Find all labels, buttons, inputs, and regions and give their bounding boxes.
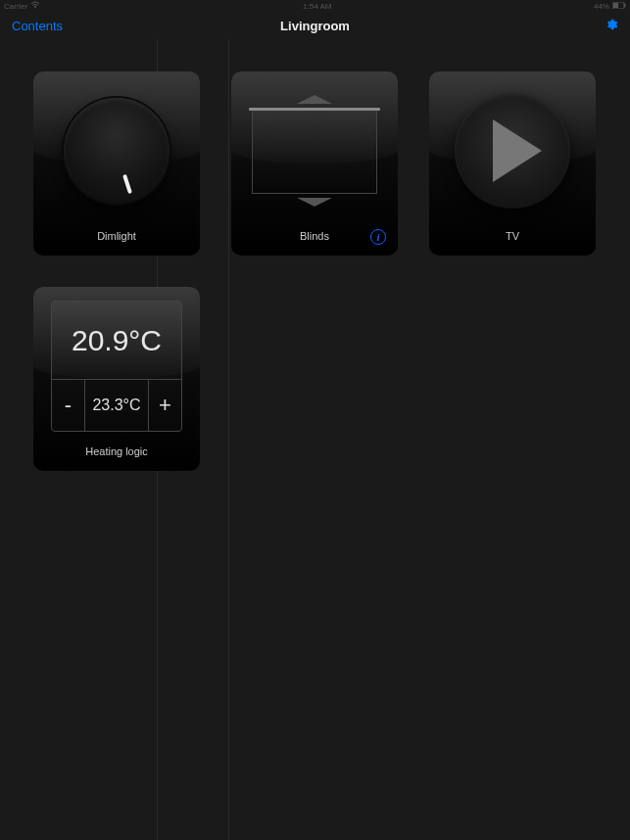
svg-point-0	[34, 6, 36, 8]
blinds-down-icon[interactable]	[297, 198, 332, 207]
battery-label: 44%	[594, 2, 609, 11]
back-button[interactable]: Contents	[12, 19, 63, 33]
dial-indicator	[122, 174, 132, 194]
tiles-grid: Dimlight Blinds i TV 2	[0, 39, 630, 503]
tile-dimlight[interactable]: Dimlight	[33, 71, 200, 256]
clock-label: 1:54 AM	[303, 2, 331, 11]
wifi-icon	[30, 1, 40, 11]
target-temperature: 23.3°C	[85, 380, 148, 431]
blinds-bar[interactable]	[249, 108, 380, 111]
gear-icon	[605, 19, 618, 34]
temp-up-button[interactable]: +	[148, 380, 181, 431]
tile-tv[interactable]: TV	[429, 71, 596, 256]
status-bar: Carrier 1:54 AM 44%	[0, 0, 630, 12]
settings-button[interactable]	[605, 18, 618, 34]
battery-icon	[612, 2, 626, 11]
thermostat-panel: 20.9°C - 23.3°C +	[51, 301, 182, 432]
info-icon: i	[376, 231, 379, 243]
svg-rect-3	[624, 4, 626, 7]
current-temperature: 20.9°C	[52, 302, 181, 380]
tile-label: Heating logic	[33, 445, 200, 471]
tile-label: TV	[429, 230, 596, 256]
tile-heating[interactable]: 20.9°C - 23.3°C + Heating logic	[33, 287, 200, 471]
blinds-up-icon[interactable]	[297, 95, 332, 104]
dimmer-dial[interactable]	[64, 98, 170, 204]
blinds-window	[252, 108, 377, 194]
info-button[interactable]: i	[370, 229, 386, 245]
play-button[interactable]	[455, 93, 570, 209]
tile-label: Dimlight	[33, 230, 200, 256]
blinds-control	[251, 95, 378, 207]
temp-down-button[interactable]: -	[52, 380, 85, 431]
svg-rect-2	[613, 3, 618, 8]
page-title: Livingroom	[280, 19, 350, 33]
carrier-label: Carrier	[4, 2, 27, 11]
play-icon	[493, 119, 542, 182]
nav-bar: Contents Livingroom	[0, 12, 630, 39]
tile-blinds[interactable]: Blinds i	[231, 71, 398, 256]
